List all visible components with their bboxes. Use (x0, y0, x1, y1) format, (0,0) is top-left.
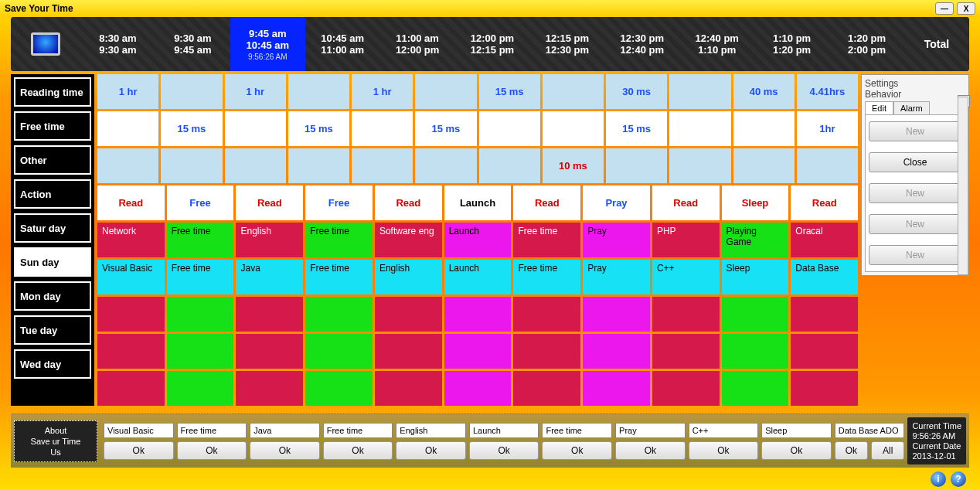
minimize-button[interactable]: — (935, 2, 954, 15)
time-slot[interactable]: 1:10 pm1:20 pm (754, 17, 829, 71)
schedule-cell[interactable] (167, 371, 234, 406)
schedule-cell[interactable] (513, 371, 580, 406)
schedule-cell[interactable] (305, 297, 373, 332)
schedule-cell[interactable] (97, 297, 165, 332)
entry-input[interactable] (104, 423, 174, 438)
schedule-cell[interactable] (652, 297, 720, 332)
row-label[interactable]: Action (14, 179, 91, 209)
entry-input[interactable] (250, 423, 320, 438)
schedule-cell[interactable] (722, 334, 789, 369)
entry-input[interactable] (542, 423, 612, 438)
settings-scrollbar[interactable] (958, 97, 968, 275)
entry-input[interactable] (615, 423, 686, 438)
row-label[interactable]: Reading time (14, 77, 91, 107)
row-label[interactable]: Tue day (14, 315, 91, 345)
schedule-cell[interactable] (444, 371, 512, 406)
ok-button[interactable]: Ok (396, 441, 466, 460)
ok-button[interactable]: Ok (835, 441, 868, 460)
all-button[interactable]: All (871, 441, 904, 460)
time-slot[interactable]: 12:30 pm12:40 pm (604, 17, 679, 71)
ok-button[interactable]: Ok (761, 441, 832, 460)
about-box[interactable]: About Save ur Time Us (14, 420, 97, 462)
schedule-cell[interactable] (583, 371, 650, 406)
entry-input[interactable] (323, 423, 393, 438)
time-slot[interactable]: 12:15 pm12:30 pm (529, 17, 604, 71)
schedule-cell[interactable]: Network (97, 223, 165, 257)
schedule-cell[interactable] (375, 371, 442, 406)
schedule-cell[interactable]: Pray (583, 260, 650, 294)
time-slot[interactable]: 12:00 pm12:15 pm (455, 17, 530, 71)
time-slot[interactable]: 9:30 am9:45 am (155, 17, 230, 71)
ok-button[interactable]: Ok (250, 441, 320, 460)
ok-button[interactable]: Ok (177, 441, 247, 460)
schedule-cell[interactable] (375, 334, 442, 369)
schedule-cell[interactable] (791, 297, 858, 332)
ok-button[interactable]: Ok (689, 441, 759, 460)
schedule-cell[interactable]: Sleep (722, 260, 789, 294)
schedule-cell[interactable] (97, 334, 165, 369)
row-label[interactable]: Other (14, 145, 91, 175)
schedule-cell[interactable]: Oracal (791, 223, 858, 257)
schedule-cell[interactable] (583, 334, 650, 369)
schedule-cell[interactable] (305, 334, 373, 369)
schedule-cell[interactable]: Launch (444, 223, 512, 257)
time-slot[interactable]: 1:20 pm2:00 pm (829, 17, 904, 71)
schedule-cell[interactable]: Visual Basic (97, 260, 165, 294)
row-label[interactable]: Free time (14, 111, 91, 141)
help-icon[interactable]: ? (951, 471, 966, 487)
schedule-cell[interactable] (652, 371, 720, 406)
schedule-cell[interactable] (236, 297, 303, 332)
schedule-cell[interactable]: Free time (513, 223, 580, 257)
schedule-cell[interactable] (444, 297, 512, 332)
schedule-cell[interactable] (652, 334, 720, 369)
schedule-cell[interactable]: English (236, 223, 303, 257)
settings-tab[interactable]: Alarm (893, 101, 930, 114)
schedule-cell[interactable] (236, 371, 303, 406)
ok-button[interactable]: Ok (469, 441, 539, 460)
schedule-cell[interactable]: Free time (305, 223, 373, 257)
row-label[interactable]: Wed day (14, 349, 91, 379)
entry-input[interactable] (396, 423, 466, 438)
schedule-cell[interactable]: PHP (652, 223, 720, 257)
schedule-cell[interactable] (305, 371, 373, 406)
schedule-cell[interactable]: C++ (652, 260, 720, 294)
schedule-cell[interactable] (375, 297, 442, 332)
entry-input[interactable] (469, 423, 539, 438)
schedule-cell[interactable] (583, 297, 650, 332)
schedule-cell[interactable] (791, 334, 858, 369)
info-icon[interactable]: i (931, 471, 946, 487)
time-slot[interactable]: 11:00 am12:00 pm (380, 17, 455, 71)
row-label[interactable]: Mon day (14, 281, 91, 311)
schedule-cell[interactable] (513, 297, 580, 332)
time-slot[interactable]: 9:45 am10:45 am9:56:26 AM (230, 17, 305, 71)
schedule-cell[interactable] (722, 371, 789, 406)
schedule-cell[interactable] (444, 334, 512, 369)
ok-button[interactable]: Ok (104, 441, 174, 460)
schedule-cell[interactable]: Playing Game (722, 223, 789, 257)
settings-tab[interactable]: Edit (865, 101, 893, 114)
schedule-cell[interactable]: Free time (167, 223, 234, 257)
schedule-cell[interactable]: Data Base (791, 260, 858, 294)
schedule-cell[interactable] (722, 297, 789, 332)
schedule-cell[interactable] (167, 297, 234, 332)
close-button[interactable]: Close (869, 152, 961, 172)
schedule-cell[interactable] (791, 371, 858, 406)
schedule-cell[interactable]: Free time (167, 260, 234, 294)
time-slot[interactable]: 8:30 am9:30 am (80, 17, 155, 71)
row-label[interactable]: Sun day (14, 247, 91, 277)
schedule-cell[interactable] (167, 334, 234, 369)
time-slot[interactable]: 12:40 pm1:10 pm (679, 17, 754, 71)
entry-input[interactable] (835, 423, 905, 438)
ok-button[interactable]: Ok (323, 441, 393, 460)
schedule-cell[interactable]: Free time (305, 260, 373, 294)
entry-input[interactable] (177, 423, 247, 438)
entry-input[interactable] (689, 423, 759, 438)
schedule-cell[interactable] (513, 334, 580, 369)
schedule-cell[interactable] (236, 334, 303, 369)
entry-input[interactable] (761, 423, 832, 438)
close-button[interactable]: X (957, 2, 975, 15)
schedule-cell[interactable] (97, 371, 165, 406)
schedule-cell[interactable]: Java (236, 260, 303, 294)
ok-button[interactable]: Ok (615, 441, 686, 460)
time-slot[interactable]: 10:45 am11:00 am (305, 17, 380, 71)
